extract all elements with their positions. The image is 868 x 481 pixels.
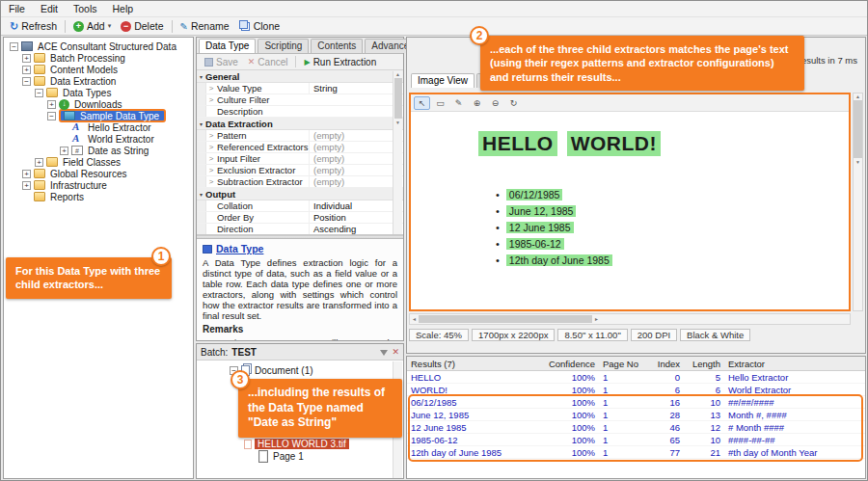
tree-item-date-as-string[interactable]: +Date as String bbox=[6, 145, 193, 156]
tree-item-reports[interactable]: Reports bbox=[6, 191, 193, 202]
scroll-down-icon[interactable]: ▼ bbox=[855, 159, 860, 165]
property-group-general[interactable]: ▾General bbox=[197, 70, 403, 83]
tree-item-data-extraction[interactable]: −Data Extraction bbox=[6, 75, 193, 87]
tree-item-world-extractor[interactable]: World Extractor bbox=[6, 133, 193, 145]
property-group-output[interactable]: ▾Output bbox=[197, 188, 403, 200]
result-row[interactable]: WORLD!100%166World Extractor bbox=[407, 384, 865, 396]
batch-item-page-1[interactable]: Page 1 bbox=[197, 450, 403, 463]
expand-box-icon[interactable]: + bbox=[35, 158, 43, 167]
tree-item-body: Global Resources bbox=[34, 169, 128, 179]
property-row-direction[interactable]: DirectionAscending bbox=[197, 224, 403, 235]
clone-button[interactable]: Clone bbox=[234, 19, 285, 33]
scale-control[interactable]: Scale: 45% bbox=[409, 329, 469, 341]
filter-icon[interactable] bbox=[380, 350, 388, 360]
horizontal-scrollbar[interactable]: ◄► bbox=[409, 313, 851, 325]
property-grid-scrollbar[interactable]: ▲▼ bbox=[393, 71, 402, 234]
menu-item-edit[interactable]: Edit bbox=[33, 2, 66, 15]
result-row[interactable]: 06/12/1985100%11610##/##/#### bbox=[407, 396, 865, 409]
results-column-confidence[interactable]: Confidence bbox=[541, 357, 599, 370]
property-row-exclusion-extractor[interactable]: >Exclusion Extractor(empty) bbox=[197, 165, 403, 176]
rotate-button[interactable]: ↻ bbox=[505, 96, 522, 110]
zoom-in-button[interactable]: ⊕ bbox=[469, 96, 485, 110]
scroll-up-icon[interactable]: ▲ bbox=[395, 71, 400, 77]
property-row-collation[interactable]: CollationIndividual bbox=[197, 200, 403, 212]
clear-filter-icon[interactable]: ✕ bbox=[392, 347, 399, 357]
run-extraction-button[interactable]: ▶ Run Extraction bbox=[300, 57, 380, 67]
expand-box-icon[interactable]: + bbox=[47, 100, 56, 109]
scroll-right-icon[interactable]: ► bbox=[594, 316, 599, 322]
section-collapse-icon: ▾ bbox=[200, 120, 203, 127]
expand-box-icon[interactable]: + bbox=[60, 147, 68, 155]
tree-item-global-resources[interactable]: +Global Resources bbox=[6, 168, 193, 179]
image-dimensions-px: 1700px x 2200px bbox=[472, 329, 555, 341]
menu-item-file[interactable]: File bbox=[1, 2, 33, 15]
scroll-down-icon[interactable]: ▼ bbox=[395, 120, 400, 125]
results-column-length[interactable]: Length bbox=[684, 357, 724, 370]
tree-item-content-models[interactable]: +Content Models bbox=[6, 64, 193, 75]
property-row-value-type[interactable]: >Value TypeString bbox=[197, 83, 403, 94]
expand-box-icon[interactable]: + bbox=[22, 170, 31, 178]
pointer-button[interactable]: ↖ bbox=[414, 96, 430, 110]
section-collapse-icon: ▾ bbox=[200, 73, 203, 80]
tree-item-field-classes[interactable]: +Field Classes bbox=[6, 156, 193, 168]
results-column-page-no[interactable]: Page No bbox=[599, 357, 643, 370]
batch-item-document-1[interactable]: −Document (1) bbox=[197, 364, 403, 377]
expand-box-icon[interactable]: + bbox=[22, 54, 31, 63]
collapse-box-icon[interactable]: − bbox=[22, 77, 31, 86]
property-row-referenced-extractors[interactable]: >Referenced Extractors(empty) bbox=[197, 142, 403, 153]
save-button[interactable]: Save bbox=[201, 57, 242, 67]
scroll-thumb[interactable] bbox=[854, 100, 862, 158]
expand-box-icon[interactable]: + bbox=[22, 181, 31, 190]
menu-item-help[interactable]: Help bbox=[105, 2, 142, 15]
result-row[interactable]: 1985-06-12100%16510####-##-## bbox=[407, 434, 865, 446]
results-column-index[interactable]: Index bbox=[643, 357, 684, 370]
scroll-thumb[interactable] bbox=[419, 315, 592, 323]
scroll-up-icon[interactable]: ▲ bbox=[855, 94, 860, 99]
property-row-order-by[interactable]: Order ByPosition bbox=[197, 212, 403, 224]
tree-item-ace-consultant-structured-data[interactable]: −ACE Consultant Structured Data bbox=[6, 40, 193, 52]
property-row-pattern[interactable]: >Pattern(empty) bbox=[197, 130, 403, 142]
scroll-thumb[interactable] bbox=[394, 78, 402, 119]
results-title: Results (7) bbox=[407, 357, 541, 370]
property-row-culture-filter[interactable]: >Culture Filter bbox=[197, 94, 403, 106]
property-group-data-extraction[interactable]: ▾Data Extraction bbox=[197, 118, 403, 130]
help-title-link[interactable]: Data Type bbox=[216, 243, 263, 254]
vertical-scrollbar[interactable]: ▲▼ bbox=[853, 93, 863, 311]
document-canvas[interactable]: HELLOWORLD! •06/12/1985•June 12, 1985•12… bbox=[411, 112, 849, 309]
tree-item-data-types[interactable]: −Data Types bbox=[6, 87, 193, 98]
property-row-subtraction-extractor[interactable]: >Subtraction Extractor(empty) bbox=[197, 176, 403, 188]
result-row[interactable]: HELLO100%105Hello Extractor bbox=[407, 371, 865, 384]
tree-item-sample-data-type[interactable]: −Sample Data Type bbox=[6, 110, 193, 121]
result-row[interactable]: 12 June 1985100%14612# Month #### bbox=[407, 421, 865, 434]
highlighter-button[interactable]: ✎ bbox=[450, 96, 467, 110]
collapse-box-icon[interactable]: − bbox=[10, 42, 18, 51]
tree-item-hello-extractor[interactable]: Hello Extractor bbox=[6, 121, 193, 133]
tree-item-infrastructure[interactable]: +Infrastructure bbox=[6, 179, 193, 191]
property-row-input-filter[interactable]: >Input Filter(empty) bbox=[197, 153, 403, 165]
collapse-box-icon[interactable]: − bbox=[47, 112, 56, 120]
results-column-extractor[interactable]: Extractor bbox=[724, 357, 865, 370]
batch-item-hello-world-3-tif[interactable]: HELLO WORLD 3.tif bbox=[197, 438, 403, 450]
add-button[interactable]: Add▾ bbox=[68, 19, 116, 33]
rename-button[interactable]: Rename bbox=[176, 19, 234, 33]
zoom-out-button[interactable]: ⊖ bbox=[487, 96, 503, 110]
tab-contents[interactable]: Contents bbox=[311, 39, 363, 53]
scroll-left-icon[interactable]: ◄ bbox=[412, 316, 417, 322]
collapse-box-icon[interactable]: − bbox=[35, 89, 43, 97]
tab-image-view[interactable]: Image View bbox=[411, 73, 475, 88]
result-row[interactable]: 12th day of June 1985100%17721#th day of… bbox=[407, 446, 865, 459]
delete-button[interactable]: Delete bbox=[116, 19, 168, 33]
batch-name[interactable]: TEST bbox=[231, 347, 257, 358]
tab-scripting[interactable]: Scripting bbox=[258, 39, 309, 53]
batch-item-label: Page 1 bbox=[271, 451, 306, 462]
result-row[interactable]: June 12, 1985100%12813Month #, #### bbox=[407, 409, 865, 421]
property-row-description[interactable]: Description bbox=[197, 106, 403, 118]
tab-data-type[interactable]: Data Type bbox=[199, 39, 256, 53]
tree-item-batch-processing[interactable]: +Batch Processing bbox=[6, 52, 193, 64]
select-region-button[interactable]: ▭ bbox=[432, 96, 448, 110]
menu-item-tools[interactable]: Tools bbox=[66, 2, 105, 15]
expand-box-icon[interactable]: + bbox=[22, 66, 31, 74]
cancel-button[interactable]: ✕ Cancel bbox=[244, 57, 292, 67]
refresh-button[interactable]: Refresh bbox=[5, 19, 62, 34]
property-expand-icon: > bbox=[206, 95, 216, 104]
